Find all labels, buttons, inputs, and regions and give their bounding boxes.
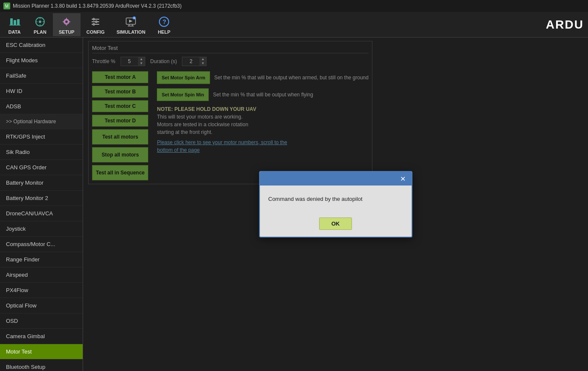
sidebar-item-sik-radio[interactable]: Sik Radio [0, 145, 83, 160]
toolbar-data[interactable]: DATA [2, 13, 27, 36]
toolbar-config-label: CONFIG [86, 29, 105, 35]
help-icon: ? [157, 15, 171, 29]
dialog-overlay: ✕ Command was denied by the autopilot OK [83, 38, 588, 371]
sidebar-item-failsafe[interactable]: FailSafe [0, 68, 83, 84]
sidebar-item-flight-modes[interactable]: Flight Modes [0, 53, 83, 68]
data-icon [8, 15, 21, 29]
toolbar-data-label: DATA [9, 29, 21, 35]
svg-rect-1 [14, 20, 16, 25]
svg-marker-19 [129, 20, 133, 23]
toolbar-simulation-label: SIMULATION [116, 29, 145, 35]
dialog: ✕ Command was denied by the autopilot OK [259, 171, 412, 238]
svg-point-13 [95, 20, 98, 23]
sidebar-item-bluetooth-setup[interactable]: Bluetooth Setup [0, 359, 83, 371]
sidebar-item-adsb[interactable]: ADSB [0, 99, 83, 114]
toolbar-simulation[interactable]: ? SIMULATION [110, 13, 151, 36]
sidebar-item-joystick[interactable]: Joystick [0, 221, 83, 237]
toolbar-help-label: HELP [158, 29, 170, 35]
toolbar: DATA PLAN SETUP [0, 12, 588, 38]
sidebar-section-optional: >> Optional Hardware [0, 114, 83, 129]
sidebar-item-optical-flow[interactable]: Optical Flow [0, 298, 83, 313]
toolbar-plan-label: PLAN [34, 29, 46, 35]
toolbar-setup[interactable]: SETUP [53, 13, 81, 36]
svg-text:?: ? [163, 18, 167, 25]
app-icon: M [3, 3, 10, 9]
sidebar-item-dronecan[interactable]: DroneCAN/UAVCA [0, 206, 83, 221]
sidebar-item-battery-monitor[interactable]: Battery Monitor [0, 175, 83, 191]
toolbar-plan[interactable]: PLAN [27, 13, 53, 36]
sidebar: ESC Calibration Flight Modes FailSafe HW… [0, 38, 83, 371]
sidebar-item-hw-id[interactable]: HW ID [0, 84, 83, 99]
toolbar-help[interactable]: ? HELP [151, 13, 177, 36]
config-icon [89, 15, 102, 29]
svg-rect-0 [10, 18, 13, 25]
sidebar-item-rtk-gps[interactable]: RTK/GPS Inject [0, 129, 83, 145]
simulation-icon: ? [124, 15, 138, 29]
sidebar-item-range-finder[interactable]: Range Finder [0, 252, 83, 267]
sidebar-item-osd[interactable]: OSD [0, 313, 83, 329]
title-bar: M Mission Planner 1.3.80 build 1.3.8479.… [0, 0, 588, 12]
sidebar-item-motor-test[interactable]: Motor Test [0, 344, 83, 359]
svg-point-10 [65, 20, 68, 23]
content-area: Motor Test Throttle % 5 ▲ ▼ Duration (s)… [83, 38, 588, 371]
sidebar-item-esc-cal[interactable]: ESC Calibration [0, 38, 83, 53]
sidebar-item-airspeed[interactable]: Airspeed [0, 267, 83, 283]
toolbar-setup-label: SETUP [59, 29, 75, 35]
dialog-ok-button[interactable]: OK [319, 217, 352, 230]
sidebar-item-battery-monitor2[interactable]: Battery Monitor 2 [0, 191, 83, 206]
plan-icon [33, 15, 47, 29]
title-bar-text: Mission Planner 1.3.80 build 1.3.8479.20… [13, 3, 182, 9]
sidebar-item-compass-motor[interactable]: Compass/Motor C... [0, 237, 83, 252]
dialog-message: Command was denied by the autopilot [268, 196, 403, 202]
svg-point-5 [39, 20, 41, 23]
dialog-footer: OK [260, 217, 412, 237]
svg-point-14 [93, 23, 95, 25]
sidebar-item-px4flow[interactable]: PX4Flow [0, 283, 83, 298]
sidebar-item-can-gps[interactable]: CAN GPS Order [0, 160, 83, 175]
svg-point-12 [93, 18, 95, 20]
ardu-logo: ARDU [546, 18, 584, 32]
toolbar-config[interactable]: CONFIG [81, 13, 111, 36]
dialog-close-button[interactable]: ✕ [398, 174, 408, 184]
setup-icon [60, 15, 73, 29]
sidebar-item-camera-gimbal[interactable]: Camera Gimbal [0, 329, 83, 344]
svg-text:?: ? [134, 17, 135, 19]
dialog-body: Command was denied by the autopilot [260, 186, 412, 217]
dialog-header: ✕ [260, 172, 412, 186]
svg-rect-2 [17, 19, 20, 25]
main-layout: ESC Calibration Flight Modes FailSafe HW… [0, 38, 588, 371]
